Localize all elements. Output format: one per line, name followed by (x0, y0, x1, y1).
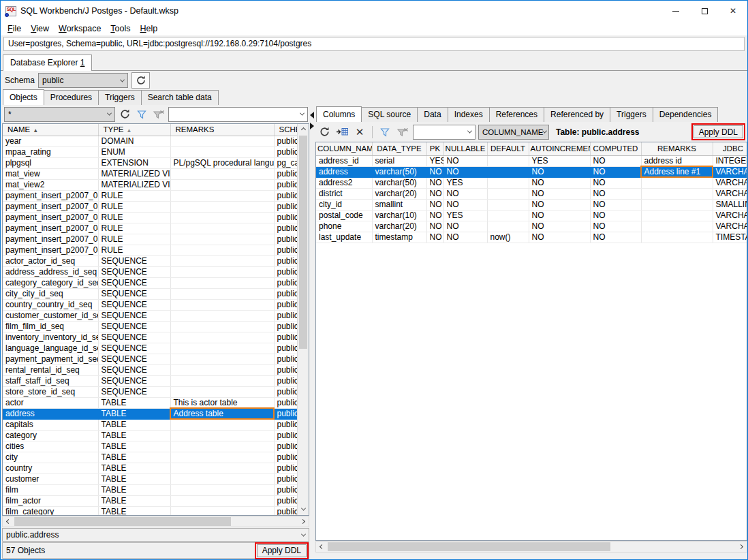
object-row-payment_insert_p2007_04[interactable]: payment_insert_p2007_04RULEpublic (3, 223, 297, 234)
scroll-left-icon[interactable] (3, 516, 14, 527)
quick-filter-combo[interactable] (168, 107, 308, 122)
column-row-address2[interactable]: address2varchar(50)NOYESNONOVARCHAR (316, 177, 747, 188)
filter-columns-button[interactable] (377, 125, 392, 140)
tab-database-explorer-1[interactable]: Database Explorer 1 (3, 55, 92, 71)
hscroll-thumb[interactable] (328, 542, 610, 551)
vscroll-track[interactable] (298, 136, 309, 503)
menu-view[interactable]: View (26, 22, 54, 35)
tab-triggers[interactable]: Triggers (610, 107, 653, 122)
object-row-year[interactable]: yearDOMAINpublic (3, 136, 297, 146)
tab-search-table-data[interactable]: Search table data (141, 90, 219, 105)
column-header-name[interactable]: NAME▲ (3, 124, 98, 136)
object-filter-combo[interactable]: * (4, 107, 115, 122)
apply-ddl-button-right[interactable]: Apply DDL (694, 125, 743, 138)
object-row-film_actor[interactable]: film_actorTABLEpublic (3, 495, 297, 506)
object-row-staff_staff_id_seq[interactable]: staff_staff_id_seqSEQUENCEpublic (3, 375, 297, 386)
filter-column-select[interactable]: COLUMN_NAME (478, 125, 549, 140)
column-header-autoincrement[interactable]: AUTOINCREMENT (529, 142, 590, 155)
column-row-postal_code[interactable]: postal_codevarchar(10)NOYESNONOVARCHAR (316, 210, 747, 221)
object-row-inventory_inventory_id_seq[interactable]: inventory_inventory_id_seqSEQUENCEpublic (3, 332, 297, 343)
tab-referenced-by[interactable]: Referenced by (544, 107, 610, 122)
scroll-left-icon[interactable] (316, 541, 328, 553)
scroll-down-icon[interactable] (298, 503, 309, 515)
object-row-payment_insert_p2007_03[interactable]: payment_insert_p2007_03RULEpublic (3, 212, 297, 223)
collapse-left-icon[interactable] (310, 112, 314, 119)
column-header-pk[interactable]: PK (426, 142, 443, 155)
scroll-right-icon[interactable] (735, 541, 747, 553)
column-header-nullable[interactable]: NULLABLE (443, 142, 487, 155)
column-row-address_id[interactable]: address_idserialYESNOYESNOaddress idINTE… (316, 155, 747, 166)
object-row-customer[interactable]: customerTABLEpublic (3, 473, 297, 484)
hscroll-thumb[interactable] (14, 517, 231, 526)
column-header-default[interactable]: DEFAULT (487, 142, 529, 155)
column-header-data_type[interactable]: DATA_TYPE (372, 142, 426, 155)
schema-select[interactable]: public (38, 73, 128, 88)
object-row-city[interactable]: cityTABLEpublic (3, 452, 297, 463)
column-header-computed[interactable]: COMPUTED (590, 142, 641, 155)
object-row-mat_view2[interactable]: mat_view2MATERIALIZED VIEWpublic (3, 179, 297, 190)
reload-objects-button[interactable] (117, 107, 132, 122)
column-row-phone[interactable]: phonevarchar(20)NONONONOVARCHAR (316, 221, 747, 232)
object-row-payment_insert_p2007_02[interactable]: payment_insert_p2007_02RULEpublic (3, 201, 297, 212)
tab-procedures[interactable]: Procedures (44, 90, 99, 105)
object-row-film_category[interactable]: film_categoryTABLEpublic (3, 506, 297, 515)
column-row-district[interactable]: districtvarchar(20)NONONONOVARCHAR (316, 188, 747, 199)
tab-indexes[interactable]: Indexes (448, 107, 490, 122)
object-row-mpaa_rating[interactable]: mpaa_ratingENUMpublic (3, 146, 297, 157)
menu-help[interactable]: Help (136, 22, 163, 35)
column-header-jdbc[interactable]: JDBC (713, 142, 747, 155)
object-row-city_city_id_seq[interactable]: city_city_id_seqSEQUENCEpublic (3, 288, 297, 299)
object-row-actor[interactable]: actorTABLEThis is actor tablepublic (3, 397, 297, 408)
object-row-film[interactable]: filmTABLEpublic (3, 484, 297, 495)
apply-ddl-button-left[interactable]: Apply DDL (257, 544, 307, 557)
object-row-cities[interactable]: citiesTABLEpublic (3, 441, 297, 452)
vscroll-thumb[interactable] (299, 136, 307, 349)
tab-references[interactable]: References (489, 107, 544, 122)
remove-filter-button[interactable] (151, 107, 166, 122)
insert-row-button[interactable] (334, 125, 349, 140)
object-row-actor_actor_id_seq[interactable]: actor_actor_id_seqSEQUENCEpublic (3, 255, 297, 266)
selected-object-select[interactable]: public.address (2, 528, 309, 542)
scroll-up-icon[interactable] (298, 124, 309, 136)
column-row-city_id[interactable]: city_idsmallintNONONONOSMALLINT (316, 199, 747, 210)
refresh-schema-button[interactable] (131, 72, 150, 89)
tab-objects[interactable]: Objects (3, 89, 44, 105)
column-header-remarks[interactable]: REMARKS (641, 142, 713, 155)
column-row-address[interactable]: addressvarchar(50)NONONONOAddress line #… (316, 166, 747, 177)
minimize-button[interactable] (661, 1, 690, 21)
columns-horizontal-scrollbar[interactable] (315, 541, 747, 553)
reload-columns-button[interactable] (317, 125, 332, 140)
object-row-language_language_id_seq[interactable]: language_language_id_seqSEQUENCEpublic (3, 343, 297, 354)
object-row-category[interactable]: categoryTABLEpublic (3, 430, 297, 441)
object-row-payment_insert_p2007_05[interactable]: payment_insert_p2007_05RULEpublic (3, 234, 297, 245)
tab-columns[interactable]: Columns (316, 106, 362, 122)
object-row-payment_insert_p2007_01[interactable]: payment_insert_p2007_01RULEpublic (3, 190, 297, 201)
menu-file[interactable]: File (3, 22, 26, 35)
object-row-country[interactable]: countryTABLEpublic (3, 463, 297, 473)
object-row-address[interactable]: addressTABLEAddress tablepublic (3, 408, 297, 419)
object-row-category_category_id_seq[interactable]: category_category_id_seqSEQUENCEpublic (3, 277, 297, 288)
object-row-payment_insert_p2007_06[interactable]: payment_insert_p2007_06RULEpublic (3, 245, 297, 255)
column-header-remarks[interactable]: REMARKS (170, 124, 274, 136)
hscroll-track[interactable] (14, 516, 297, 527)
object-row-mat_view[interactable]: mat_viewMATERIALIZED VIEWpublic (3, 168, 297, 179)
object-row-customer_customer_id_seq[interactable]: customer_customer_id_seqSEQUENCEpublic (3, 310, 297, 321)
object-row-film_film_id_seq[interactable]: film_film_id_seqSEQUENCEpublic (3, 321, 297, 332)
menu-tools[interactable]: Tools (106, 22, 135, 35)
object-row-capitals[interactable]: capitalsTABLEpublic (3, 419, 297, 430)
column-row-last_update[interactable]: last_updatetimestampNONOnow()NONOTIMESTA… (316, 232, 747, 243)
object-row-store_store_id_seq[interactable]: store_store_id_seqSEQUENCEpublic (3, 386, 297, 397)
maximize-button[interactable] (690, 1, 719, 21)
scroll-right-icon[interactable] (297, 516, 309, 527)
object-row-plpgsql[interactable]: plpgsqlEXTENSIONPL/pgSQL procedural lang… (3, 157, 297, 168)
objects-vertical-scrollbar[interactable] (297, 124, 309, 515)
collapse-right-icon[interactable] (310, 123, 314, 129)
column-filter-combo[interactable] (413, 125, 476, 140)
column-header-schema[interactable]: SCHEMA (274, 124, 297, 136)
column-header-type[interactable]: TYPE▲ (98, 124, 170, 136)
objects-horizontal-scrollbar[interactable] (2, 516, 309, 527)
tab-sql-source[interactable]: SQL source (361, 107, 418, 122)
tab-dependencies[interactable]: Dependencies (653, 107, 719, 122)
column-header-column_name[interactable]: COLUMN_NAME (316, 142, 372, 155)
object-row-country_country_id_seq[interactable]: country_country_id_seqSEQUENCEpublic (3, 299, 297, 310)
